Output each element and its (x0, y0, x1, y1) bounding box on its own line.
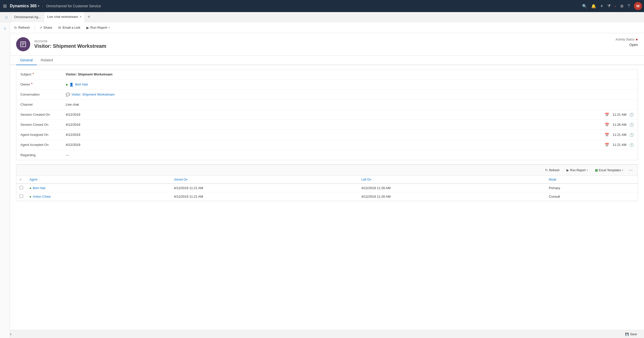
header-checkmark-icon: ✓ (19, 178, 22, 181)
app-grid-icon[interactable]: ⊞ (2, 2, 8, 10)
col-left-on[interactable]: Left On (358, 176, 546, 184)
session-created-clock-icon[interactable]: 🕐 (629, 113, 634, 117)
agent-assigned-clock-icon[interactable]: 🕐 (629, 133, 634, 137)
email-link-button[interactable]: ✉ Email a Link (56, 25, 83, 31)
record-icon (16, 37, 30, 51)
owner-status-dot: ● (66, 82, 68, 87)
tab-omnichannel[interactable]: Omnichannel Ag... (11, 12, 44, 22)
app-title-text: Dynamics 365 (10, 4, 37, 8)
share-icon: ↗ (39, 26, 42, 30)
agent-accepted-value: 4/12/2019 📅 11:21 AM 🕐 (66, 143, 634, 147)
side-icon-bar: ⌂ (0, 22, 10, 209)
col-check: ✓ (16, 176, 26, 184)
help-icon[interactable]: ? (628, 4, 630, 8)
record-dot-icon: ● (615, 5, 616, 8)
agent-assigned-row: Agent Assigned On 4/12/2019 📅 11:21 AM 🕐 (16, 130, 638, 140)
conversation-row: Conversation 💬 Visitor: Shipment Workstr… (16, 90, 638, 100)
session-closed-clock-icon[interactable]: 🕐 (629, 123, 634, 127)
bell-icon[interactable]: 🔔 (591, 4, 596, 9)
tab-label-omnichannel: Omnichannel Ag... (14, 15, 41, 19)
session-created-row: Session Created On 4/12/2019 📅 11:21 AM … (16, 110, 638, 120)
run-report-button[interactable]: ▶ Run Report ▾ (84, 25, 112, 31)
top-navigation: ⊞ Dynamics 365 ▾ | Omnichannel for Custo… (0, 0, 644, 12)
col-mode[interactable]: Mode (546, 176, 638, 184)
conversation-link[interactable]: Visitor: Shipment Workstream (71, 93, 115, 96)
session-closed-cal-icon[interactable]: 📅 (605, 123, 609, 127)
agent-accepted-cal-icon[interactable]: 📅 (605, 143, 609, 147)
subgrid-more-button[interactable]: ⋯ (628, 167, 634, 174)
share-button[interactable]: ↗ Share (37, 25, 55, 31)
subject-label: Subject * (20, 72, 66, 76)
row1-joined-cell: 4/12/2019 11:21 AM (171, 184, 358, 192)
filter-icon[interactable]: ⧩ (607, 4, 611, 8)
row2-checkbox[interactable] (20, 194, 23, 198)
row1-check-cell[interactable] (16, 184, 26, 192)
email-label: Email a Link (62, 26, 80, 29)
row1-checkbox[interactable] (20, 186, 23, 189)
conversation-icon: 💬 (66, 93, 70, 97)
record-status-value[interactable]: Open (616, 43, 638, 47)
subgrid-excel-chevron: ▾ (622, 169, 623, 172)
tab-related[interactable]: Related (37, 56, 57, 65)
subgrid-excel-label: Excel Templates (599, 168, 621, 172)
user-avatar[interactable]: W (634, 2, 642, 10)
row2-agent-status-dot: ● (29, 195, 31, 198)
form-section: Subject * Visitor: Shipment Workstream O… (16, 69, 638, 160)
col-joined-on[interactable]: Joined On (171, 176, 358, 184)
session-closed-label: Session Closed On (20, 123, 66, 126)
tab-add-button[interactable]: + (85, 12, 93, 22)
subgrid-excel-icon: ▦ (595, 168, 598, 172)
subgrid-run-report-icon: ▶ (566, 168, 569, 172)
status-required-dot: ● (635, 37, 638, 42)
row2-check-cell[interactable] (16, 192, 26, 201)
agent-assigned-cal-icon[interactable]: 📅 (605, 133, 609, 137)
plus-icon[interactable]: + (600, 3, 603, 9)
subject-row: Subject * Visitor: Shipment Workstream (16, 69, 638, 79)
subgrid-run-report-button[interactable]: ▶ Run Report ▾ (564, 167, 590, 173)
row2-agent-link[interactable]: ● Anton Chew (29, 195, 168, 198)
subgrid-refresh-label: Refresh (549, 168, 559, 172)
row1-agent-status-dot: ● (29, 186, 31, 190)
record-title: Visitor: Shipment Workstream (34, 43, 106, 49)
subgrid-excel-templates-button[interactable]: ▦ Excel Templates ▾ (592, 167, 626, 173)
settings-icon[interactable]: ⚙ (620, 4, 624, 9)
form-content: Subject * Visitor: Shipment Workstream O… (10, 65, 644, 209)
home-tab[interactable]: ⌂ (2, 12, 11, 22)
session-closed-row: Session Closed On 4/12/2019 📅 11:26 AM 🕐 (16, 120, 638, 130)
row2-joined-cell: 4/12/2019 11:21 AM (171, 192, 358, 201)
row1-agent-link[interactable]: ● Bert Hair (29, 186, 168, 190)
subject-value[interactable]: Visitor: Shipment Workstream (66, 72, 634, 76)
home-side-icon[interactable]: ⌂ (1, 24, 9, 32)
tab-close-livechat[interactable]: ✕ (80, 15, 82, 18)
session-created-value: 4/12/2019 📅 11:21 AM 🕐 (66, 113, 634, 117)
share-label: Share (44, 26, 52, 29)
col-agent[interactable]: Agent ↑ (26, 176, 171, 184)
channel-label: Channel (20, 103, 66, 106)
owner-link[interactable]: Bert Hair (75, 82, 88, 86)
owner-label: Owner * (20, 82, 66, 87)
record-status-label: Activity Status ● (616, 37, 638, 42)
session-created-cal-icon[interactable]: 📅 (605, 113, 609, 117)
toolbar-separator (34, 25, 35, 31)
app-module-text: Omnichannel for Customer Service (46, 4, 101, 8)
search-icon[interactable]: 🔍 (582, 4, 587, 9)
record-header-left: SESSION Visitor: Shipment Workstream (16, 37, 106, 51)
run-report-label: Run Report (90, 26, 107, 29)
owner-required: * (31, 82, 32, 87)
app-title-chevron: ▾ (38, 4, 39, 8)
conversation-label: Conversation (20, 93, 66, 96)
tab-general[interactable]: General (16, 56, 37, 65)
record-header: SESSION Visitor: Shipment Workstream Act… (10, 33, 644, 56)
row2-mode-cell: Consult (546, 192, 638, 201)
conversation-value: 💬 Visitor: Shipment Workstream (66, 93, 634, 97)
table-row: ● Anton Chew 4/12/2019 11:21 AM 4/12/201… (16, 192, 638, 201)
refresh-button[interactable]: ↻ Refresh (12, 25, 32, 31)
subgrid-refresh-button[interactable]: ↻ Refresh (543, 167, 562, 173)
tab-bar: ⌂ Omnichannel Ag... Live chat workstream… (0, 12, 644, 22)
agent-accepted-clock-icon[interactable]: 🕐 (629, 143, 634, 147)
tab-livechat[interactable]: Live chat workstream ✕ (44, 12, 85, 22)
agent-assigned-label: Agent Assigned On (20, 133, 66, 137)
refresh-icon: ↻ (14, 26, 17, 30)
app-title: Dynamics 365 ▾ (10, 4, 39, 8)
row1-left-cell: 4/12/2019 11:26 AM (358, 184, 546, 192)
